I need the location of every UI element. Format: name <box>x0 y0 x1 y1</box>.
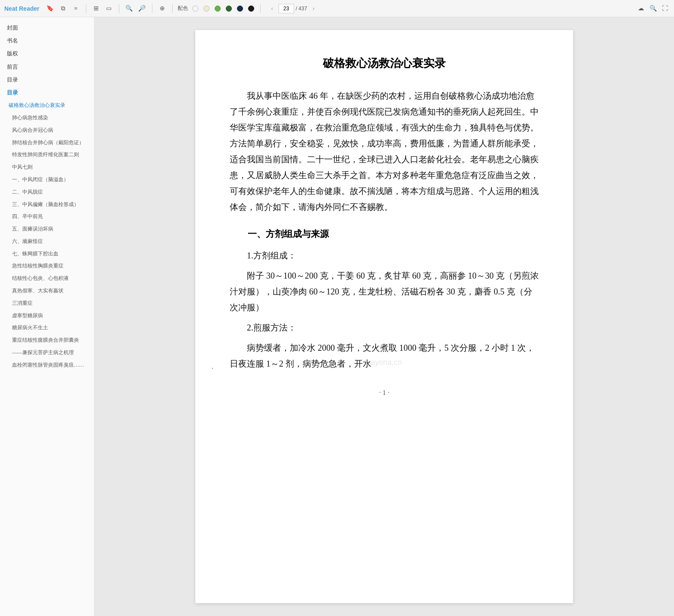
toolbar: Neat Reader 🔖 ⧉ ≡ ⊞ ▭ 🔍 🔎 ⊕ 配色 ‹ / 437 ›… <box>0 0 674 17</box>
section1-title: 一、方剂组成与来源 <box>230 228 539 240</box>
sidebar-item[interactable]: ——兼探元菩萨主病之机理 <box>0 346 94 359</box>
sidebar-item[interactable]: 破格救心汤救治心衰实录 <box>0 99 94 112</box>
page-number-display: · 1 · <box>230 389 539 397</box>
sidebar-item[interactable]: 七、蛛网膜下腔出血 <box>0 248 94 260</box>
main-layout: 封面书名版权前言目录目录破格救心汤救治心衰实录肺心病急性感染风心病合并冠心病肺结… <box>0 17 674 616</box>
separator3 <box>152 4 152 13</box>
sidebar-item[interactable]: 目录 <box>0 86 94 99</box>
prev-page-button[interactable]: ‹ <box>267 4 277 13</box>
sidebar-item[interactable]: 四、卒中前兆 <box>0 210 94 223</box>
sidebar-item[interactable]: 重症结核性腹膜炎合并胆囊炎 <box>0 334 94 346</box>
main-paragraph: 我从事中医临床 46 年，在缺医少药的农村，运用自创破格救心汤成功地治愈了千余例… <box>230 88 539 215</box>
color-dot-black[interactable] <box>248 6 254 12</box>
duplicate-icon[interactable]: ⧉ <box>58 4 68 13</box>
subsection1-content: 附子 30～100～200 克，干姜 60 克，炙甘草 60 克，高丽参 10～… <box>230 268 539 316</box>
next-page-button[interactable]: › <box>309 4 318 13</box>
separator4 <box>172 4 173 13</box>
sidebar-item[interactable]: 糖尿病火不生土 <box>0 322 94 334</box>
color-dot-green[interactable] <box>215 6 221 12</box>
sidebar-item[interactable]: 结核性心包炎、心包积液 <box>0 272 94 285</box>
bookmark-icon[interactable]: 🔖 <box>46 4 55 13</box>
page-total: / 437 <box>296 6 307 12</box>
sidebar-item[interactable]: 风心病合并冠心病 <box>0 124 94 137</box>
sidebar-item[interactable]: 肺结核合并肺心病（戴阳危证） <box>0 137 94 149</box>
sidebar-item[interactable]: 真热假寒、大实有羸状 <box>0 285 94 297</box>
sidebar-item[interactable]: 目录 <box>0 73 94 86</box>
sidebar-item[interactable]: 六、顽麻怪症 <box>0 235 94 248</box>
sidebar-item[interactable]: 血栓闭塞性脉管炎固疼臭疽…… <box>0 359 94 371</box>
content-area: 破格救心汤救治心衰实录 我从事中医临床 46 年，在缺医少药的农村，运用自创破格… <box>94 17 674 616</box>
sidebar-item[interactable]: 中风七则 <box>0 161 94 173</box>
color-dot-dark-green[interactable] <box>226 6 232 12</box>
app-title: Neat Reader <box>4 5 39 12</box>
grid-icon[interactable]: ⊞ <box>91 4 101 13</box>
sidebar-item[interactable]: 急性结核性胸膜炎重症 <box>0 260 94 272</box>
separator1 <box>86 4 86 13</box>
fullscreen-icon[interactable]: ⛶ <box>660 4 670 13</box>
color-dot-navy[interactable] <box>237 6 243 12</box>
separator5 <box>260 4 261 13</box>
sidebar-item[interactable]: 虚寒型糖尿病 <box>0 310 94 322</box>
sidebar-item[interactable]: 三消重症 <box>0 297 94 310</box>
search-icon[interactable]: 🔍 <box>124 4 134 13</box>
sidebar-item[interactable]: 三、中风偏瘫（脑血栓形成） <box>0 198 94 211</box>
sidebar-item[interactable]: 书名 <box>0 34 94 47</box>
chapter-title: 破格救心汤救治心衰实录 <box>230 56 539 71</box>
separator2 <box>119 4 119 13</box>
menu-icon[interactable]: ≡ <box>71 4 81 13</box>
sidebar-item[interactable]: 肺心病急性感染 <box>0 112 94 124</box>
dot-marker: · <box>212 365 213 373</box>
rect-icon[interactable]: ▭ <box>104 4 114 13</box>
subsection2-content: 病势缓者，加冷水 2000 毫升，文火煮取 1000 毫升，5 次分服，2 小时… <box>230 340 539 372</box>
sidebar-item[interactable]: 版权 <box>0 47 94 60</box>
sidebar-item[interactable]: 二、中风脱症 <box>0 186 94 198</box>
sidebar-item[interactable]: 前言 <box>0 61 94 73</box>
subsection1-label: 1.方剂组成： <box>230 248 539 264</box>
color-dot-white[interactable] <box>192 6 198 12</box>
book-page: 破格救心汤救治心衰实录 我从事中医临床 46 年，在缺医少药的农村，运用自创破格… <box>195 30 573 603</box>
sidebar-item[interactable]: 特发性肺间质纤维化医案二则 <box>0 149 94 161</box>
subsection2-label: 2.煎服方法： <box>230 320 539 336</box>
zoom-icon[interactable]: ⊕ <box>158 4 167 13</box>
toolbar-right: ☁ 🔍 ⛶ <box>636 4 670 13</box>
cloud-icon[interactable]: ☁ <box>636 4 646 13</box>
page-number-input[interactable] <box>279 4 294 13</box>
sidebar-item[interactable]: 封面 <box>0 21 94 34</box>
page-navigation: ‹ / 437 › <box>267 4 319 13</box>
search2-icon[interactable]: 🔎 <box>137 4 147 13</box>
search3-icon[interactable]: 🔍 <box>648 4 658 13</box>
sidebar-item[interactable]: 五、面瘫误治坏病 <box>0 223 94 235</box>
sidebar: 封面书名版权前言目录目录破格救心汤救治心衰实录肺心病急性感染风心病合并冠心病肺结… <box>0 17 94 616</box>
color-label: 配色 <box>178 5 188 12</box>
color-dot-cream[interactable] <box>203 6 209 12</box>
sidebar-item[interactable]: 一、中风闭症（脑溢血） <box>0 173 94 186</box>
